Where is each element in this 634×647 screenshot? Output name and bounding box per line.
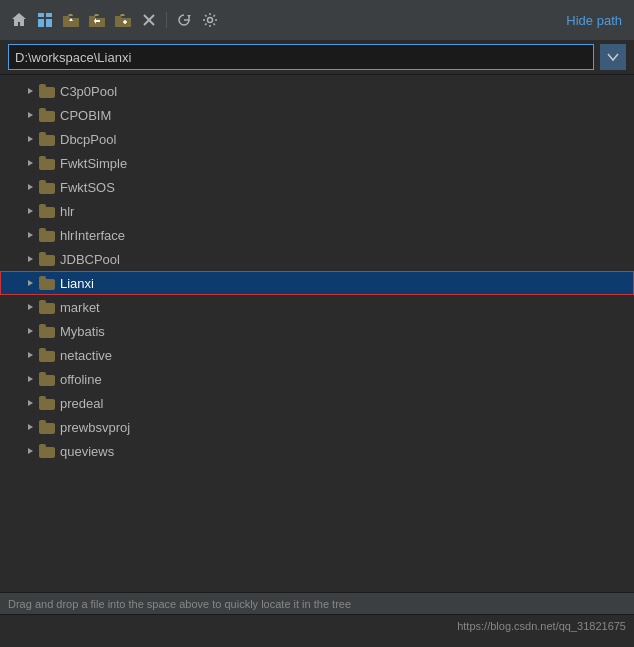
tree-item[interactable]: C3p0Pool (0, 79, 634, 103)
expand-arrow-icon[interactable] (24, 445, 36, 457)
folder-icon (39, 252, 55, 266)
tree-item[interactable]: market (0, 295, 634, 319)
folder-icon (39, 132, 55, 146)
item-label: market (60, 300, 100, 315)
item-label: C3p0Pool (60, 84, 117, 99)
path-go-button[interactable] (600, 44, 626, 70)
item-label: netactive (60, 348, 112, 363)
delete-icon[interactable] (138, 9, 160, 31)
expand-arrow-icon[interactable] (24, 229, 36, 241)
new-folder-icon[interactable] (112, 9, 134, 31)
item-label: hlr (60, 204, 74, 219)
folder-icon (39, 228, 55, 242)
path-bar (0, 40, 634, 75)
svg-marker-12 (28, 160, 33, 166)
folder-icon (39, 444, 55, 458)
folder-icon (39, 276, 55, 290)
folder-icon (39, 348, 55, 362)
folder-icon (39, 372, 55, 386)
item-label: FwktSimple (60, 156, 127, 171)
tree-item[interactable]: queviews (0, 439, 634, 463)
svg-rect-4 (38, 23, 44, 27)
folder-icon (39, 420, 55, 434)
path-input[interactable] (8, 44, 594, 70)
folder-up-icon[interactable] (60, 9, 82, 31)
item-label: CPOBIM (60, 108, 111, 123)
svg-rect-5 (46, 23, 52, 27)
url-text: https://blog.csdn.net/qq_31821675 (457, 620, 626, 632)
folder-icon (39, 300, 55, 314)
item-label: Mybatis (60, 324, 105, 339)
expand-arrow-icon[interactable] (24, 109, 36, 121)
svg-marker-19 (28, 328, 33, 334)
svg-marker-22 (28, 400, 33, 406)
expand-arrow-icon[interactable] (24, 205, 36, 217)
expand-arrow-icon[interactable] (24, 397, 36, 409)
expand-arrow-icon[interactable] (24, 277, 36, 289)
tree-item[interactable]: hlrInterface (0, 223, 634, 247)
refresh-icon[interactable] (173, 9, 195, 31)
svg-marker-15 (28, 232, 33, 238)
expand-arrow-icon[interactable] (24, 301, 36, 313)
tree-item[interactable]: Mybatis (0, 319, 634, 343)
svg-marker-17 (28, 280, 33, 286)
item-label: offoline (60, 372, 102, 387)
item-label: queviews (60, 444, 114, 459)
item-label: JDBCPool (60, 252, 120, 267)
expand-arrow-icon[interactable] (24, 421, 36, 433)
svg-marker-16 (28, 256, 33, 262)
svg-marker-10 (28, 112, 33, 118)
tree-item[interactable]: hlr (0, 199, 634, 223)
svg-marker-14 (28, 208, 33, 214)
svg-marker-20 (28, 352, 33, 358)
tree-item[interactable]: netactive (0, 343, 634, 367)
grid-icon[interactable] (34, 9, 56, 31)
expand-arrow-icon[interactable] (24, 181, 36, 193)
tree-item[interactable]: predeal (0, 391, 634, 415)
bottom-bar: https://blog.csdn.net/qq_31821675 (0, 614, 634, 636)
file-tree: C3p0PoolCPOBIMDbcpPoolFwktSimpleFwktSOSh… (0, 75, 634, 592)
expand-arrow-icon[interactable] (24, 133, 36, 145)
folder-icon (39, 156, 55, 170)
svg-rect-1 (46, 13, 52, 17)
toolbar-separator (166, 12, 167, 28)
tree-item[interactable]: FwktSOS (0, 175, 634, 199)
folder-icon (39, 180, 55, 194)
svg-rect-3 (46, 19, 52, 23)
svg-marker-11 (28, 136, 33, 142)
tree-item[interactable]: DbcpPool (0, 127, 634, 151)
expand-arrow-icon[interactable] (24, 85, 36, 97)
tree-item[interactable]: Lianxi (0, 271, 634, 295)
folder-icon (39, 108, 55, 122)
svg-rect-0 (38, 13, 44, 17)
item-label: DbcpPool (60, 132, 116, 147)
item-label: hlrInterface (60, 228, 125, 243)
svg-point-8 (208, 18, 213, 23)
folder-back-icon[interactable] (86, 9, 108, 31)
settings-icon[interactable] (199, 9, 221, 31)
item-label: Lianxi (60, 276, 94, 291)
folder-icon (39, 396, 55, 410)
svg-marker-13 (28, 184, 33, 190)
folder-icon (39, 204, 55, 218)
expand-arrow-icon[interactable] (24, 157, 36, 169)
status-bar: Drag and drop a file into the space abov… (0, 592, 634, 614)
tree-item[interactable]: JDBCPool (0, 247, 634, 271)
tree-item[interactable]: prewbsvproj (0, 415, 634, 439)
folder-icon (39, 324, 55, 338)
item-label: FwktSOS (60, 180, 115, 195)
svg-marker-18 (28, 304, 33, 310)
tree-item[interactable]: offoline (0, 367, 634, 391)
expand-arrow-icon[interactable] (24, 325, 36, 337)
expand-arrow-icon[interactable] (24, 253, 36, 265)
home-icon[interactable] (8, 9, 30, 31)
tree-item[interactable]: FwktSimple (0, 151, 634, 175)
svg-marker-9 (28, 88, 33, 94)
svg-marker-24 (28, 448, 33, 454)
item-label: prewbsvproj (60, 420, 130, 435)
tree-item[interactable]: CPOBIM (0, 103, 634, 127)
status-text: Drag and drop a file into the space abov… (8, 598, 351, 610)
expand-arrow-icon[interactable] (24, 373, 36, 385)
expand-arrow-icon[interactable] (24, 349, 36, 361)
hide-path-button[interactable]: Hide path (562, 11, 626, 30)
